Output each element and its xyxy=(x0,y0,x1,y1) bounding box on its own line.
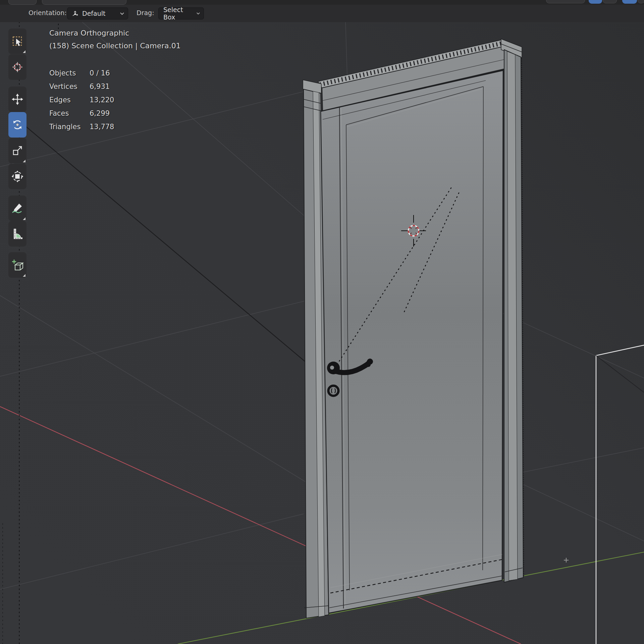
partial-button[interactable] xyxy=(42,0,126,5)
viewport-info: Camera Orthographic (158) Scene Collecti… xyxy=(49,28,181,51)
chevron-down-icon xyxy=(196,12,200,15)
add-cube-icon xyxy=(11,258,24,272)
stat-label: Vertices xyxy=(49,83,90,91)
stat-value: 6,299 xyxy=(90,109,110,117)
orientation-gizmo-icon xyxy=(71,9,79,18)
tool-select-box[interactable] xyxy=(8,29,26,54)
submenu-indicator xyxy=(23,217,25,220)
submenu-indicator xyxy=(23,50,25,53)
tool-transform[interactable] xyxy=(8,164,26,189)
stat-value: 0 / 16 xyxy=(90,69,110,77)
orientation-label: Orientation: xyxy=(29,9,67,16)
tool-rotate[interactable] xyxy=(8,112,26,138)
stat-row-edges: Edges 13,220 xyxy=(49,93,114,107)
door-slab[interactable] xyxy=(321,70,503,613)
drag-value: Select Box xyxy=(163,6,196,21)
partial-button-active[interactable] xyxy=(589,0,602,4)
stat-label: Edges xyxy=(49,96,90,104)
scale-icon xyxy=(11,144,24,157)
orientation-dropdown[interactable]: Default xyxy=(67,7,128,19)
annotate-pencil-icon xyxy=(11,202,24,215)
tool-scale[interactable] xyxy=(8,138,26,163)
drag-label: Drag: xyxy=(137,9,154,16)
tool-measure[interactable] xyxy=(8,221,26,247)
scene-collection-text: (158) Scene Collection | Camera.01 xyxy=(49,41,181,51)
tool-annotate[interactable] xyxy=(8,196,26,221)
rotate-icon xyxy=(11,118,24,131)
transform-icon xyxy=(11,170,24,183)
submenu-indicator xyxy=(23,274,25,277)
partial-button[interactable] xyxy=(603,0,617,3)
tool-cursor[interactable] xyxy=(8,54,26,80)
door-keyhole[interactable] xyxy=(328,386,338,396)
tool-move[interactable] xyxy=(8,87,26,112)
stat-row-objects: Objects 0 / 16 xyxy=(49,66,114,80)
stat-label: Triangles xyxy=(49,123,90,131)
stat-value: 6,931 xyxy=(90,83,110,91)
top-edge-strip xyxy=(0,0,644,5)
stat-row-vertices: Vertices 6,931 xyxy=(49,80,114,93)
tool-add-cube[interactable] xyxy=(8,252,26,278)
stat-label: Objects xyxy=(49,69,90,77)
statistics-overlay: Objects 0 / 16 Vertices 6,931 Edges 13,2… xyxy=(49,66,114,133)
partial-button[interactable] xyxy=(638,0,644,3)
orientation-value: Default xyxy=(82,10,105,17)
stat-row-triangles: Triangles 13,778 xyxy=(49,120,114,133)
stat-row-faces: Faces 6,299 xyxy=(49,107,114,120)
view-mode-text: Camera Orthographic xyxy=(49,28,181,38)
move-icon xyxy=(11,93,24,106)
stat-value: 13,778 xyxy=(90,123,114,131)
stat-label: Faces xyxy=(49,109,90,117)
cursor-tool-icon xyxy=(11,60,24,74)
measure-icon xyxy=(11,227,24,240)
chevron-down-icon xyxy=(120,12,124,15)
stat-value: 13,220 xyxy=(90,96,114,104)
partial-button-active[interactable] xyxy=(622,0,637,4)
partial-button[interactable] xyxy=(546,0,585,3)
drag-dropdown[interactable]: Select Box xyxy=(158,7,204,19)
submenu-indicator xyxy=(23,160,25,162)
partial-button[interactable] xyxy=(8,0,37,5)
select-box-icon xyxy=(11,35,24,48)
tool-settings-bar: Orientation: Default Drag: Select Box xyxy=(0,5,644,22)
door-model[interactable] xyxy=(303,39,524,618)
